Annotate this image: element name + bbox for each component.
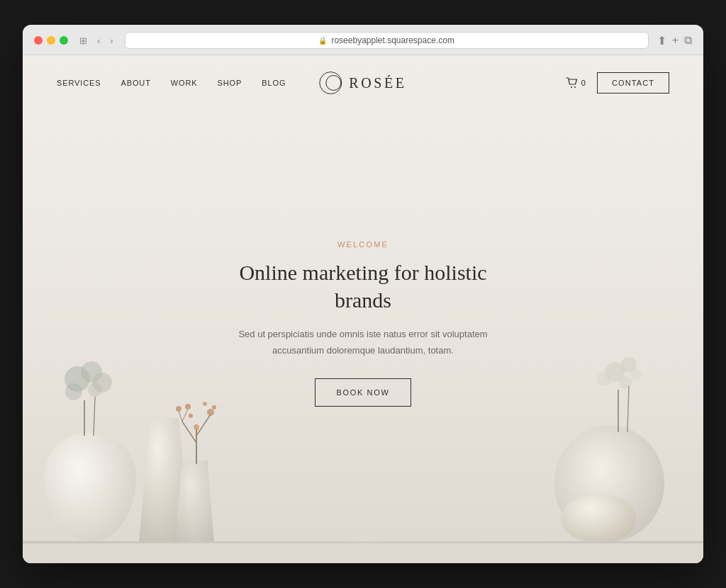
- lock-icon: 🔒: [318, 37, 327, 45]
- nav-about[interactable]: ABOUT: [121, 79, 150, 87]
- book-now-button[interactable]: BOOK NOW: [315, 378, 412, 407]
- site-logo[interactable]: ROSÉE: [319, 72, 406, 94]
- cart-icon: [566, 77, 579, 89]
- website-content: SERVICES ABOUT WORK SHOP BLOG ROSÉE 0: [23, 55, 703, 563]
- minimize-button[interactable]: [47, 36, 55, 45]
- nav-blog[interactable]: BLOG: [262, 79, 286, 87]
- hero-title: Online marketing for holistic brands: [228, 259, 498, 314]
- share-icon[interactable]: ⬆: [657, 34, 666, 47]
- maximize-button[interactable]: [60, 36, 68, 45]
- new-tab-icon[interactable]: +: [672, 34, 678, 47]
- url-text: roseebyapplet.squarespace.com: [331, 35, 454, 45]
- close-button[interactable]: [34, 36, 43, 45]
- nav-work[interactable]: WORK: [171, 79, 198, 87]
- cart-count: 0: [581, 79, 586, 87]
- tabs-icon[interactable]: ⧉: [684, 34, 692, 47]
- address-bar[interactable]: 🔒 roseebyapplet.squarespace.com: [125, 32, 649, 49]
- browser-actions: ⬆ + ⧉: [657, 34, 692, 47]
- traffic-lights: [34, 36, 68, 45]
- nav-services[interactable]: SERVICES: [57, 79, 101, 87]
- browser-controls: ⊞ ‹ ›: [77, 34, 116, 47]
- welcome-label: WELCOME: [228, 240, 498, 249]
- nav-shop[interactable]: SHOP: [218, 79, 242, 87]
- hero-subtitle: Sed ut perspiciatis unde omnis iste natu…: [228, 327, 498, 358]
- browser-chrome: ⊞ ‹ › 🔒 roseebyapplet.squarespace.com ⬆ …: [23, 25, 703, 55]
- back-button[interactable]: ‹: [94, 34, 103, 47]
- hero-content: WELCOME Online marketing for holistic br…: [214, 226, 512, 420]
- contact-button[interactable]: CONTACT: [597, 72, 669, 94]
- logo-icon: [319, 72, 342, 94]
- logo-text: ROSÉE: [349, 75, 406, 91]
- navbar: SERVICES ABOUT WORK SHOP BLOG ROSÉE 0: [23, 55, 703, 111]
- nav-left: SERVICES ABOUT WORK SHOP BLOG: [57, 79, 286, 87]
- browser-window: ⊞ ‹ › 🔒 roseebyapplet.squarespace.com ⬆ …: [23, 25, 703, 563]
- svg-point-0: [571, 86, 572, 88]
- svg-point-1: [574, 86, 576, 88]
- nav-right: 0 CONTACT: [566, 72, 669, 94]
- cart-button[interactable]: 0: [566, 77, 586, 89]
- sidebar-toggle-icon[interactable]: ⊞: [77, 34, 90, 47]
- forward-button[interactable]: ›: [107, 34, 116, 47]
- hero-section: WELCOME Online marketing for holistic br…: [23, 55, 703, 563]
